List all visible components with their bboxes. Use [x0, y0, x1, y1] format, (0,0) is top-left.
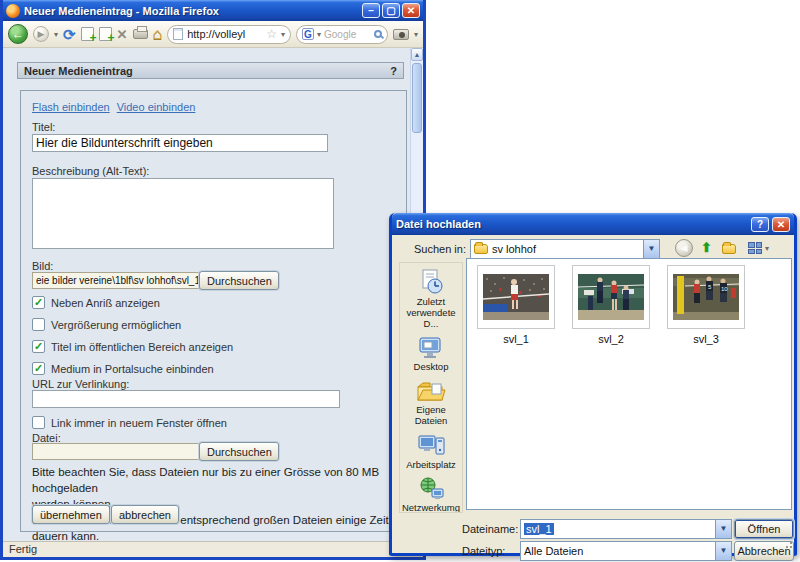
filename-value: svl_1 [524, 523, 554, 535]
my-documents-icon [415, 379, 447, 403]
place-netzwerkumgebung[interactable]: Netzwerkumgebung [400, 477, 462, 513]
dialog-title: Datei hochladen [396, 218, 748, 230]
help-link[interactable]: ? [390, 65, 397, 77]
page-title: Neuer Medieneintrag [24, 65, 390, 77]
titel-label: Titel: [32, 121, 396, 133]
forward-button[interactable]: ▶ [33, 26, 49, 42]
history-dropdown-icon[interactable]: ▾ [54, 30, 58, 39]
url-text[interactable]: http://volleyl [187, 28, 262, 40]
datei-browse-button[interactable]: Durchsuchen [199, 442, 279, 461]
view-menu-icon[interactable] [748, 242, 762, 254]
cancel-form-button[interactable]: abbrechen [111, 505, 179, 524]
status-bar: Fertig [3, 541, 423, 557]
resize-grip[interactable] [783, 539, 793, 549]
media-entry-form: Flash einbinden Video einbinden Titel: B… [20, 90, 407, 532]
google-logo-icon[interactable]: G [302, 28, 314, 40]
desktop-icon [416, 336, 446, 360]
reload-button[interactable]: ⟳ [63, 27, 76, 42]
lookin-dropdown-icon[interactable]: ▼ [643, 240, 659, 258]
url-dropdown-icon[interactable]: ▾ [281, 30, 285, 39]
url-bar[interactable]: http://volleyl ☆ ▾ [167, 25, 291, 44]
dialog-body: Suchen in: sv lohhof ▼ ◀ ⬆ ▾ Zuletzt ver… [392, 235, 794, 550]
new-window-checkbox[interactable] [32, 416, 45, 429]
back-button[interactable]: ← [8, 24, 28, 44]
place-desktop[interactable]: Desktop [400, 336, 462, 372]
bild-browse-button[interactable]: Durchsuchen [199, 271, 279, 290]
file-item-svl3[interactable]: 5 10 svl_3 [667, 265, 745, 509]
checkbox-row-titel-public: Titel im öffentlichen Bereich anzeigen [32, 340, 396, 353]
file-name: svl_3 [693, 333, 719, 345]
maximize-button[interactable]: ▢ [382, 3, 400, 18]
filetype-dropdown-icon[interactable]: ▼ [715, 542, 731, 560]
filename-dropdown-icon[interactable]: ▼ [715, 520, 731, 538]
filetype-combobox[interactable]: Alle Dateien ▼ [520, 541, 732, 561]
file-name: svl_1 [503, 333, 529, 345]
folder-icon [474, 244, 488, 254]
minimize-button[interactable]: – [362, 3, 380, 18]
print-button[interactable] [133, 29, 148, 39]
open-button[interactable]: Öffnen [734, 519, 794, 539]
volleyball-photo-2 [578, 274, 644, 320]
lookin-value: sv lohhof [492, 243, 536, 255]
thumbnail-frame [477, 265, 555, 329]
place-label: Arbeitsplatz [401, 459, 461, 470]
place-arbeitsplatz[interactable]: Arbeitsplatz [400, 433, 462, 470]
stop-button[interactable]: ✕ [117, 28, 128, 41]
toolbar-overflow-icon[interactable]: ▾ [414, 30, 418, 39]
up-level-icon[interactable]: ⬆ [701, 241, 712, 254]
place-eigene-dateien[interactable]: Eigene Dateien [400, 379, 462, 426]
video-embed-link[interactable]: Video einbinden [117, 101, 196, 113]
volleyball-photo-1 [483, 274, 549, 320]
firefox-window: Neuer Medieneintrag - Mozilla Firefox – … [0, 0, 426, 560]
screenshot-icon[interactable] [393, 29, 409, 40]
url-verlinkung-label: URL zur Verlinkung: [32, 378, 396, 390]
flash-embed-link[interactable]: Flash einbinden [32, 101, 110, 113]
recent-documents-icon [416, 269, 446, 295]
filename-label: Dateiname: [462, 523, 518, 535]
search-box[interactable]: G ▾ Google [296, 25, 388, 44]
back-folder-icon[interactable]: ◀ [675, 239, 693, 257]
bild-path-input[interactable] [32, 272, 202, 289]
portalsuche-checkbox[interactable] [32, 362, 45, 375]
close-button[interactable]: ✕ [402, 3, 420, 18]
window-title: Neuer Medieneintrag - Mozilla Firefox [24, 5, 358, 17]
firefox-logo-icon [6, 4, 20, 18]
bookmark-star-icon[interactable]: ☆ [266, 27, 277, 41]
scroll-up-icon[interactable]: ▲ [411, 48, 423, 61]
new-tab-icon[interactable] [81, 27, 94, 41]
page-panel-header: Neuer Medieneintrag ? [17, 62, 404, 79]
file-item-svl2[interactable]: svl_2 [572, 265, 650, 509]
datei-path-input[interactable] [32, 443, 202, 460]
lookin-combobox[interactable]: sv lohhof ▼ [470, 239, 660, 259]
page-icon [173, 28, 183, 40]
new-folder-icon[interactable] [722, 244, 736, 254]
filename-combobox[interactable]: svl_1 ▼ [520, 519, 732, 539]
titel-input[interactable] [32, 134, 328, 152]
status-text: Fertig [9, 543, 37, 555]
scrollbar-thumb[interactable] [412, 63, 422, 133]
submit-button[interactable]: übernehmen [32, 505, 110, 524]
search-placeholder[interactable]: Google [324, 29, 371, 40]
place-recent[interactable]: Zuletzt verwendete D... [400, 269, 462, 329]
view-menu-dropdown-icon[interactable]: ▾ [765, 244, 769, 253]
checkbox-row-vergroesserung: Vergrößerung ermöglichen [32, 318, 396, 331]
vergroesserung-checkbox[interactable] [32, 318, 45, 331]
file-item-svl1[interactable]: svl_1 [477, 265, 555, 509]
checkbox-row-new-window: Link immer in neuem Fenster öffnen [32, 416, 396, 429]
anriss-checkbox[interactable] [32, 296, 45, 309]
place-label: Netzwerkumgebung [401, 502, 461, 513]
beschreibung-textarea[interactable] [32, 178, 334, 249]
dialog-help-button[interactable]: ? [751, 217, 769, 232]
firefox-titlebar[interactable]: Neuer Medieneintrag - Mozilla Firefox – … [3, 0, 423, 21]
titel-public-checkbox[interactable] [32, 340, 45, 353]
dialog-titlebar[interactable]: Datei hochladen ? ✕ [392, 213, 794, 235]
dialog-close-button[interactable]: ✕ [772, 217, 790, 232]
home-button[interactable]: ⌂ [153, 26, 163, 42]
thumbnail-frame [572, 265, 650, 329]
search-engine-dropdown-icon[interactable]: ▾ [317, 30, 321, 39]
checkbox-row-portalsuche: Medium in Portalsuche einbinden [32, 362, 396, 375]
file-name: svl_2 [598, 333, 624, 345]
new-window-icon[interactable] [99, 27, 112, 41]
url-verlinkung-input[interactable] [32, 390, 340, 408]
search-icon[interactable] [374, 30, 382, 38]
